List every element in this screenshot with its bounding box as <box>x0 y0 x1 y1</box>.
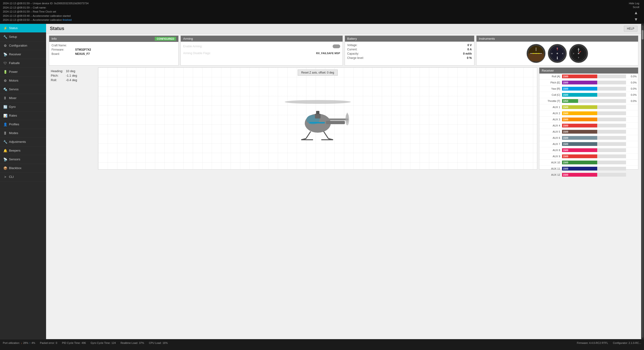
rx-label-roll: Roll [A] <box>541 75 562 78</box>
svg-text:0: 0 <box>573 53 574 54</box>
capacity-row: Capacity: 0 mAh <box>347 52 472 55</box>
sidebar-item-motors[interactable]: ⚙ Motors <box>0 76 46 85</box>
sidebar-item-blackbox[interactable]: 📦 Blackbox <box>0 164 46 173</box>
sidebar-item-beepers[interactable]: 🔔 Beepers <box>0 146 46 155</box>
roll-row: Roll: -0.4 deg <box>51 78 94 82</box>
receiver-panel-header: Receiver <box>539 68 638 74</box>
scrollbar[interactable] <box>641 24 644 339</box>
sidebar-item-modes[interactable]: 🎛 Modes <box>0 129 46 138</box>
scroll-track[interactable] <box>642 25 644 338</box>
heading-info: Heading: 10 deg Pitch: -1.1 deg Roll: -0… <box>49 67 96 170</box>
port-label: Port utilization: <box>3 341 20 344</box>
rx-row-aux7: AUX 7 1500 <box>539 141 638 147</box>
sidebar-item-power[interactable]: 🔋 Power <box>0 68 46 76</box>
sidebar-label-blackbox: Blackbox <box>9 166 22 170</box>
sidebar-label-rates: Rates <box>9 114 17 117</box>
rx-row-aux12: AUX 12 1500 <box>539 172 638 178</box>
enable-arming-toggle[interactable] <box>333 45 340 48</box>
modes-icon: 🎛 <box>3 131 7 135</box>
instruments-card: Instruments <box>476 36 638 66</box>
rx-row-aux5: AUX 5 1500 <box>539 129 638 135</box>
sidebar-item-failsafe[interactable]: 🛡 Failsafe <box>0 59 46 68</box>
help-button[interactable]: HELP <box>624 26 638 32</box>
rx-label-coll: Coll [C] <box>541 93 562 96</box>
rx-label-pitch: Pitch [E] <box>541 81 562 84</box>
svg-rect-30 <box>316 111 320 114</box>
sidebar-item-status[interactable]: ⚡ Status <box>0 24 46 33</box>
scroll-thumb[interactable] <box>642 30 644 40</box>
rx-bar-container-aux6: 1500 <box>562 136 626 140</box>
instruments-title: Instruments <box>479 37 495 41</box>
sidebar-item-servos[interactable]: 🔩 Servos <box>0 85 46 94</box>
svg-text:E: E <box>562 53 563 55</box>
rx-bar-aux9: 1500 <box>562 154 597 158</box>
charge-label: Charge level: <box>347 56 364 60</box>
rx-row-aux10: AUX 10 1500 <box>539 160 638 166</box>
sidebar-label-cli: CLI <box>9 175 14 179</box>
sidebar-item-receiver[interactable]: 📡 Receiver <box>0 50 46 59</box>
sidebar-item-setup[interactable]: 🔧 Setup <box>0 33 46 41</box>
realtime-label: Realtime Load: <box>120 341 138 344</box>
craft-name-label: Craft Name: <box>52 44 75 47</box>
arming-card-body: Enable Arming: Arming Disable Flags: RX_… <box>181 42 342 59</box>
port-up-value: 4% <box>32 341 35 344</box>
pid-cycle-value: 496 <box>82 341 86 344</box>
rx-bar-container-pitch: 1500 <box>562 81 626 84</box>
rx-row-aux4: AUX 4 1500 <box>539 123 638 129</box>
rx-row-aux8: AUX 8 1500 <box>539 147 638 153</box>
pitch-label: Pitch: <box>51 74 65 77</box>
rx-label-aux1: AUX 1 <box>541 106 562 109</box>
receiver-panel: Receiver Roll [A] 1500 0.0% Pitch [E] <box>539 67 638 170</box>
log-entry-5: 2024-12-13 @08:03:50 -- Accelerometer ca… <box>3 18 641 22</box>
sidebar-label-adjustments: Adjustments <box>9 140 26 144</box>
rx-bar-container-aux10: 1500 <box>562 161 626 164</box>
helicopter-model <box>282 83 353 154</box>
content-area: Status HELP Info CONFIGURED Craft Name: … <box>46 24 641 339</box>
sidebar-item-adjustments[interactable]: 🔧 Adjustments <box>0 138 46 146</box>
disable-flags-label: Arming Disable Flags: <box>183 52 211 55</box>
rx-bar-pitch: 1500 <box>562 81 597 84</box>
svg-rect-25 <box>327 119 348 120</box>
rx-pct-throttle: 0.0% <box>626 100 637 102</box>
rx-label-aux9: AUX 9 <box>541 155 562 158</box>
port-down-arrow: ↓ <box>21 341 22 344</box>
info-card-body: Craft Name: Firmware: STM32F7X2 Board: N… <box>49 42 178 58</box>
svg-point-38 <box>346 113 348 123</box>
blackbox-icon: 📦 <box>3 166 7 170</box>
rx-pct-coll: 0.0% <box>626 93 637 96</box>
sidebar-label-failsafe: Failsafe <box>9 61 20 65</box>
scroll-button[interactable]: Scroll ▲▼ <box>633 5 639 23</box>
heading-label: Heading: <box>51 69 65 73</box>
sidebar-item-profiles[interactable]: 👤 Profiles <box>0 120 46 129</box>
sidebar-item-gyro[interactable]: 🔄 Gyro <box>0 103 46 111</box>
pid-cycle-label: PID Cycle Time: <box>62 341 80 344</box>
battery-card: Battery Voltage: 0 V Current: 0 A Capaci… <box>345 36 474 66</box>
gyro-cycle-value: 124 <box>112 341 116 344</box>
reset-z-axis-button[interactable]: Reset Z axis, offset: 0 deg <box>298 70 338 76</box>
hide-log-button[interactable]: Hide Log <box>629 2 639 6</box>
sidebar-item-cli[interactable]: > CLI <box>0 173 46 181</box>
voltage-row: Voltage: 0 V <box>347 44 472 47</box>
firmware-row: Firmware: STM32F7X2 <box>52 48 176 51</box>
sidebar-label-servos: Servos <box>9 88 18 91</box>
sidebar-item-rates[interactable]: 📊 Rates <box>0 111 46 120</box>
sidebar-item-configuration[interactable]: ⚙ Configuration <box>0 41 46 50</box>
board-row: Board: NEXUS_F7 <box>52 52 176 56</box>
sidebar-item-sensors[interactable]: 📡 Sensors <box>0 155 46 164</box>
rx-bar-yaw: 1500 <box>562 87 597 91</box>
sidebar-label-gyro: Gyro <box>9 105 16 109</box>
sidebar-label-beepers: Beepers <box>9 149 20 152</box>
rx-bar-container-throttle: 1050 <box>562 99 626 103</box>
rx-bar-coll: 1500 <box>562 93 597 97</box>
profiles-icon: 👤 <box>3 123 7 126</box>
sidebar-item-mixer[interactable]: 🎚 Mixer <box>0 94 46 103</box>
rx-pct-roll: 0.0% <box>626 75 637 78</box>
voltage-label: Voltage: <box>347 44 358 47</box>
servos-icon: 🔩 <box>3 88 7 91</box>
receiver-icon: 📡 <box>3 53 7 56</box>
log-entry-4: 2024-12-13 @08:03:48 -- Accelerometer ca… <box>3 14 641 18</box>
rx-bar-aux7: 1500 <box>562 142 597 146</box>
roll-value: -0.4 deg <box>66 78 77 82</box>
voltage-value: 0 V <box>468 44 472 47</box>
board-label: Board: <box>52 52 75 56</box>
